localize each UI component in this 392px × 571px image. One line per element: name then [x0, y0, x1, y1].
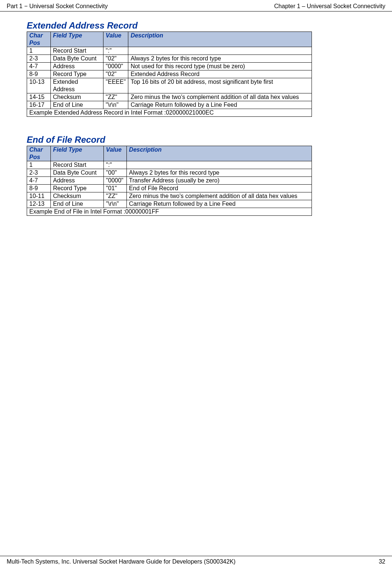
cell-desc	[128, 47, 312, 55]
cell-ftype: End of Line	[50, 101, 103, 109]
cell-desc: Always 2 bytes for this record type	[126, 169, 312, 177]
table-row: 14-15Checksum"ZZ"Zero minus the two's co…	[27, 93, 312, 101]
section1-table: Char Pos Field Type Value Description 1R…	[27, 32, 312, 117]
table-header-row: Char Pos Field Type Value Description	[27, 32, 312, 47]
table-row: 16-17End of Line"\r\n"Carriage Return fo…	[27, 101, 312, 109]
section2-table: Char Pos Field Type Value Description 1R…	[27, 146, 312, 216]
cell-desc: Extended Address Record	[128, 70, 312, 78]
cell-desc: Zero minus the two's complement addition…	[128, 93, 312, 101]
page-content: Extended Address Record Char Pos Field T…	[0, 11, 392, 216]
cell-desc: Carriage Return followed by a Line Feed	[128, 101, 312, 109]
cell-val: "\r\n"	[103, 101, 128, 109]
table-row: 2-3Data Byte Count"02"Always 2 bytes for…	[27, 55, 312, 63]
col-desc: Description	[128, 32, 312, 47]
cell-val: "EEEE"	[103, 78, 128, 93]
footer-left: Multi-Tech Systems, Inc. Universal Socke…	[7, 558, 235, 565]
cell-ftype: Record Start	[50, 47, 103, 55]
cell-ftype: Data Byte Count	[50, 169, 103, 177]
cell-ftype: Checksum	[50, 93, 103, 101]
cell-val: "\r\n"	[103, 200, 126, 208]
cell-val: "ZZ"	[103, 93, 128, 101]
col-charpos: Char Pos	[27, 146, 51, 161]
table-row: 10-11Checksum"ZZ"Zero minus the two's co…	[27, 192, 312, 200]
cell-val: "01"	[103, 185, 126, 192]
cell-ftype: Record Type	[50, 70, 103, 78]
col-charpos: Char Pos	[27, 32, 51, 47]
cell-pos: 10-11	[27, 192, 51, 200]
example-cell: Example Extended Address Record in Intel…	[27, 109, 312, 117]
cell-ftype: Data Byte Count	[50, 55, 103, 63]
table-row: 10-13Extended Address"EEEE"Top 16 bits o…	[27, 78, 312, 93]
table-row: 8-9Record Type"01"End of File Record	[27, 185, 312, 192]
table-example-row: Example End of File in Intel Format :000…	[27, 208, 312, 216]
cell-desc: Transfer Address (usually be zero)	[126, 177, 312, 185]
cell-pos: 8-9	[27, 185, 51, 192]
table-row: 4-7Address"0000"Not used for this record…	[27, 63, 312, 70]
cell-ftype: Checksum	[50, 192, 103, 200]
cell-desc: Top 16 bits of 20 bit address, most sign…	[128, 78, 312, 93]
table-row: 1Record Start":"	[27, 161, 312, 169]
cell-pos: 4-7	[27, 63, 51, 70]
cell-pos: 12-13	[27, 200, 51, 208]
cell-pos: 10-13	[27, 78, 51, 93]
table-example-row: Example Extended Address Record in Intel…	[27, 109, 312, 117]
cell-val: "ZZ"	[103, 192, 126, 200]
col-value: Value	[103, 32, 128, 47]
section2-title: End of File Record	[27, 135, 370, 145]
cell-ftype: Address	[50, 63, 103, 70]
section1-title: Extended Address Record	[27, 20, 370, 31]
cell-desc: Not used for this record type (must be z…	[128, 63, 312, 70]
cell-val: "0000"	[103, 63, 128, 70]
col-fieldtype: Field Type	[50, 146, 103, 161]
cell-pos: 2-3	[27, 55, 51, 63]
table-row: 8-9Record Type"02"Extended Address Recor…	[27, 70, 312, 78]
cell-pos: 1	[27, 47, 51, 55]
col-fieldtype: Field Type	[50, 32, 103, 47]
cell-pos: 2-3	[27, 169, 51, 177]
cell-ftype: Address	[50, 177, 103, 185]
cell-val: ":"	[103, 47, 128, 55]
page-footer: Multi-Tech Systems, Inc. Universal Socke…	[0, 556, 392, 565]
table-row: 12-13End of Line"\r\n"Carriage Return fo…	[27, 200, 312, 208]
cell-desc: Always 2 bytes for this record type	[128, 55, 312, 63]
header-left: Part 1 − Universal Socket Connectivity	[7, 3, 108, 10]
cell-val: ":"	[103, 161, 126, 169]
table-header-row: Char Pos Field Type Value Description	[27, 146, 312, 161]
cell-pos: 8-9	[27, 70, 51, 78]
cell-desc: Carriage Return followed by a Line Feed	[126, 200, 312, 208]
cell-val: "02"	[103, 55, 128, 63]
cell-ftype: End of Line	[50, 200, 103, 208]
page-header: Part 1 − Universal Socket Connectivity C…	[0, 0, 392, 11]
table-row: 2-3Data Byte Count"00"Always 2 bytes for…	[27, 169, 312, 177]
cell-pos: 14-15	[27, 93, 51, 101]
cell-pos: 16-17	[27, 101, 51, 109]
cell-ftype: Record Start	[50, 161, 103, 169]
cell-pos: 4-7	[27, 177, 51, 185]
example-cell: Example End of File in Intel Format :000…	[27, 208, 312, 216]
cell-val: "00"	[103, 169, 126, 177]
cell-desc	[126, 161, 312, 169]
footer-page-number: 32	[379, 558, 385, 565]
cell-pos: 1	[27, 161, 51, 169]
table-row: 1Record Start":"	[27, 47, 312, 55]
cell-val: "0000"	[103, 177, 126, 185]
cell-desc: End of File Record	[126, 185, 312, 192]
header-right: Chapter 1 – Universal Socket Connectivit…	[274, 3, 385, 10]
cell-desc: Zero minus the two's complement addition…	[126, 192, 312, 200]
cell-val: "02"	[103, 70, 128, 78]
col-value: Value	[103, 146, 126, 161]
cell-ftype: Extended Address	[50, 78, 103, 93]
cell-ftype: Record Type	[50, 185, 103, 192]
table-row: 4-7Address"0000"Transfer Address (usuall…	[27, 177, 312, 185]
col-desc: Description	[126, 146, 312, 161]
